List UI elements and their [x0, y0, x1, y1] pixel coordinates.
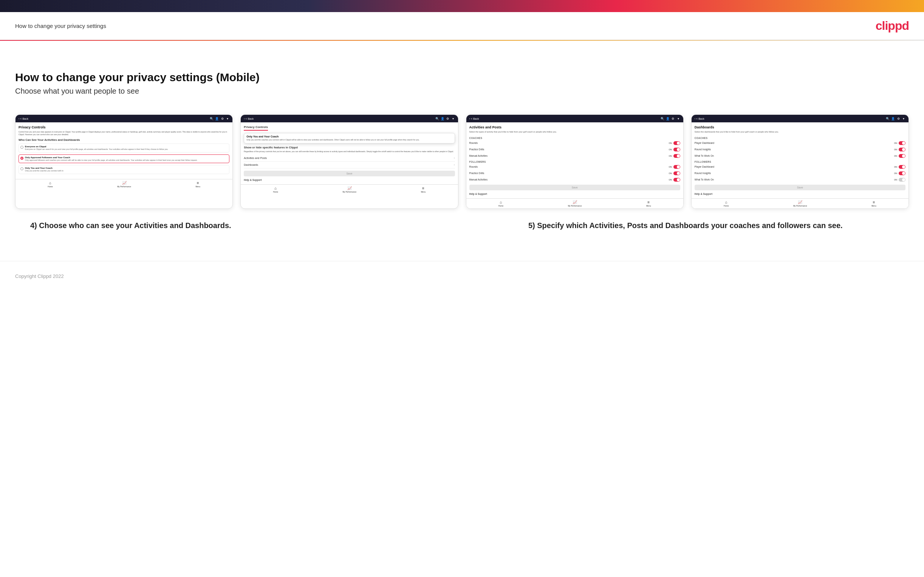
nav-menu-3[interactable]: ≡ Menu: [646, 200, 651, 207]
save-button-2[interactable]: Save: [244, 171, 455, 176]
save-button-3[interactable]: Save: [469, 185, 680, 190]
performance-label-2: My Performance: [342, 191, 356, 193]
nav-performance-2[interactable]: 📈 My Performance: [342, 186, 356, 193]
main-content: How to change your privacy settings (Mob…: [0, 56, 924, 253]
more-icon-4[interactable]: ▾: [902, 117, 906, 121]
option-only-you[interactable]: Only You and Your Coach Only you and the…: [18, 165, 229, 174]
more-icon-3[interactable]: ▾: [677, 117, 680, 121]
toggle-coaches-drills-switch[interactable]: [674, 148, 680, 152]
who-can-see-title: Who Can See Your Activities and Dashboar…: [18, 138, 229, 142]
phone-bottom-nav-1: ⌂ Home 📈 My Performance ≡ Menu: [16, 179, 233, 189]
toggle-coaches-rounds-switch[interactable]: [674, 141, 680, 145]
menu-label-4: Menu: [871, 205, 876, 207]
performance-label: My Performance: [117, 185, 131, 188]
chevron-right-icon: ›: [454, 156, 455, 160]
option-only-you-label: Only You and Your Coach: [25, 167, 63, 169]
option-everyone[interactable]: Everyone on Clippd Everyone on Clippd ca…: [18, 143, 229, 153]
phone-screen-1: ‹ < Back 🔍 👤 ⚙ ▾ Privacy Controls Contro…: [15, 114, 233, 209]
search-icon-4[interactable]: 🔍: [886, 117, 890, 121]
dashboards-row[interactable]: Dashboards ›: [244, 162, 455, 168]
menu-icon-2: ≡: [422, 186, 425, 190]
page-title: How to change your privacy settings (Mob…: [15, 71, 909, 84]
search-icon-3[interactable]: 🔍: [661, 117, 664, 121]
option-approved[interactable]: Only Approved Followers and Your Coach O…: [18, 155, 229, 163]
nav-performance-1[interactable]: 📈 My Performance: [117, 181, 131, 188]
dashboards-label: Dashboards: [244, 163, 258, 166]
toggle-followers-rounds: Rounds ON: [469, 164, 680, 169]
nav-performance-4[interactable]: 📈 My Performance: [793, 200, 807, 207]
performance-label-3: My Performance: [568, 205, 582, 207]
top-bar: [0, 0, 924, 12]
coaches-header-4: COACHES: [695, 137, 906, 139]
toggle-followers-manual-switch[interactable]: [674, 178, 680, 182]
show-hide-desc: Regardless of the privacy controls that …: [244, 150, 455, 153]
toggle-coaches-manual-switch[interactable]: [674, 154, 680, 158]
nav-home-3[interactable]: ⌂ Home: [499, 200, 503, 207]
phone-bottom-nav-2: ⌂ Home 📈 My Performance ≡ Menu: [241, 184, 458, 195]
activities-posts-row[interactable]: Activities and Posts ›: [244, 155, 455, 162]
home-icon-2: ⌂: [275, 186, 277, 190]
toggle-followers-round-insights-switch[interactable]: [899, 171, 906, 175]
performance-label-4: My Performance: [793, 205, 807, 207]
option-approved-desc: Only approved followers and coaches you …: [25, 159, 197, 162]
phone-nav-2: ‹ < Back 🔍 👤 ⚙ ▾: [241, 115, 458, 122]
nav-menu-1[interactable]: ≡ Menu: [195, 181, 200, 188]
menu-label-3: Menu: [646, 205, 651, 207]
screen4-title: Dashboards: [695, 126, 906, 129]
nav-icons-1: 🔍 👤 ⚙ ▾: [210, 117, 229, 121]
more-icon[interactable]: ▾: [226, 117, 229, 121]
toggle-coaches-rounds: Rounds ON: [469, 140, 680, 146]
save-button-4[interactable]: Save: [695, 185, 906, 190]
home-icon-4: ⌂: [725, 200, 727, 204]
toggle-coaches-player-dash-switch[interactable]: [899, 141, 906, 145]
settings-icon-4[interactable]: ⚙: [897, 117, 900, 121]
toggle-followers-drills: Practice Drills ON: [469, 171, 680, 176]
back-button-1[interactable]: ‹ < Back: [18, 118, 28, 120]
people-icon-2[interactable]: 👤: [441, 117, 444, 121]
radio-approved[interactable]: [20, 157, 23, 160]
coaches-drills-label: Practice Drills: [469, 148, 485, 151]
nav-home-1[interactable]: ⌂ Home: [48, 181, 53, 188]
settings-icon[interactable]: ⚙: [220, 117, 224, 121]
home-icon: ⌂: [49, 181, 52, 185]
nav-home-4[interactable]: ⌂ Home: [724, 200, 729, 207]
coaches-rounds-label: Rounds: [469, 142, 478, 144]
settings-icon-3[interactable]: ⚙: [671, 117, 675, 121]
toggle-followers-rounds-switch[interactable]: [674, 165, 680, 169]
people-icon-4[interactable]: 👤: [891, 117, 895, 121]
back-button-2[interactable]: ‹ < Back: [244, 118, 254, 120]
toggle-followers-drills-switch[interactable]: [674, 171, 680, 175]
settings-icon-2[interactable]: ⚙: [446, 117, 450, 121]
nav-home-2[interactable]: ⌂ Home: [273, 186, 278, 193]
back-button-3[interactable]: ‹ < Back: [469, 118, 479, 120]
help-support-3[interactable]: Help & Support: [469, 193, 680, 195]
search-icon-2[interactable]: 🔍: [435, 117, 439, 121]
menu-icon: ≡: [197, 181, 199, 185]
phone-content-2: Privacy Controls Only You and Your Coach…: [241, 122, 458, 184]
followers-manual-label: Manual Activities: [469, 178, 488, 181]
toggle-followers-player-dash-switch[interactable]: [899, 165, 906, 169]
people-icon[interactable]: 👤: [215, 117, 219, 121]
search-icon[interactable]: 🔍: [210, 117, 213, 121]
menu-icon-4: ≡: [873, 200, 875, 204]
toggle-coaches-round-insights-switch[interactable]: [899, 148, 906, 152]
help-support-4[interactable]: Help & Support: [695, 193, 906, 195]
radio-everyone[interactable]: [20, 146, 23, 149]
followers-what-work-label: What To Work On: [695, 178, 714, 181]
people-icon-3[interactable]: 👤: [666, 117, 670, 121]
privacy-tab[interactable]: Privacy Controls: [244, 126, 268, 131]
nav-performance-3[interactable]: 📈 My Performance: [568, 200, 582, 207]
radio-only-you[interactable]: [20, 167, 23, 170]
phone-screen-2: ‹ < Back 🔍 👤 ⚙ ▾ Privacy Controls Only Y…: [240, 114, 458, 209]
caption-4-text: 4) Choose who can see your Activities an…: [30, 220, 462, 231]
performance-icon-3: 📈: [573, 200, 577, 204]
help-support-2[interactable]: Help & Support: [244, 179, 455, 181]
more-icon-2[interactable]: ▾: [451, 117, 455, 121]
screenshots-grid: ‹ < Back 🔍 👤 ⚙ ▾ Privacy Controls Contro…: [15, 114, 909, 209]
back-button-4[interactable]: ‹ < Back: [695, 118, 704, 120]
phone-nav-4: ‹ < Back 🔍 👤 ⚙ ▾: [691, 115, 908, 122]
toggle-followers-what-work-switch[interactable]: [899, 178, 906, 182]
toggle-coaches-what-work-switch[interactable]: [899, 154, 906, 158]
nav-menu-4[interactable]: ≡ Menu: [871, 200, 876, 207]
nav-menu-2[interactable]: ≡ Menu: [421, 186, 426, 193]
